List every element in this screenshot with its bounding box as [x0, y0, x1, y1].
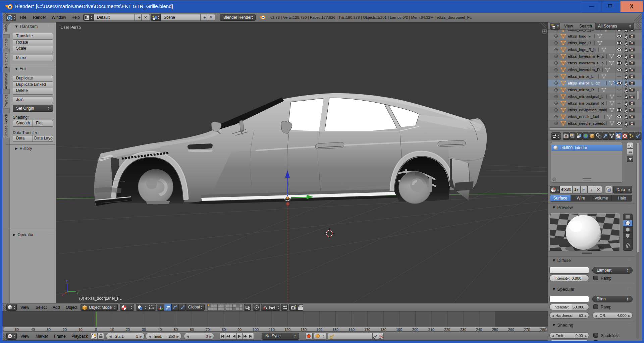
svg-text:30: 30	[142, 328, 146, 332]
svg-text:etkss_mirror_R: etkss_mirror_R	[568, 88, 594, 92]
svg-text:etkss_needle_fuel: etkss_needle_fuel	[568, 115, 599, 119]
svg-text:220: 220	[444, 328, 450, 332]
svg-text:260: 260	[508, 328, 514, 332]
svg-text:150: 150	[332, 328, 338, 332]
svg-text:0: 0	[95, 328, 97, 332]
svg-text:etkss_mirrorsignal_R: etkss_mirrorsignal_R	[568, 101, 604, 105]
svg-text:-30: -30	[45, 328, 51, 332]
svg-text:280: 280	[540, 328, 546, 332]
svg-text:180: 180	[380, 328, 386, 332]
svg-text:z: z	[66, 279, 68, 283]
svg-text:-20: -20	[61, 328, 67, 332]
svg-text:etkss_mirrorsignal_L: etkss_mirrorsignal_L	[568, 95, 604, 99]
svg-text:-10: -10	[77, 328, 83, 332]
svg-text:etkss_lowerarm_F_a: etkss_lowerarm_F_a	[568, 54, 604, 58]
svg-text:User Persp: User Persp	[61, 25, 81, 30]
svg-text:etkss_mirror_L_gtr: etkss_mirror_L_gtr	[568, 81, 600, 85]
svg-text:250: 250	[492, 328, 498, 332]
svg-text:etkss_mirror_L: etkss_mirror_L	[568, 74, 594, 78]
svg-text:etkss_logo_F: etkss_logo_F	[568, 34, 591, 38]
svg-text:-50: -50	[13, 328, 19, 332]
svg-text:80: 80	[222, 328, 226, 332]
svg-text:20: 20	[126, 328, 130, 332]
svg-text:y: y	[77, 290, 79, 294]
svg-text:etkss_lowerarm_R: etkss_lowerarm_R	[568, 68, 600, 72]
svg-text:(0) etkss_doorpanel_FL: (0) etkss_doorpanel_FL	[79, 296, 122, 301]
svg-text:240: 240	[476, 328, 482, 332]
svg-text:etkss_needle_speedo: etkss_needle_speedo	[568, 121, 605, 125]
svg-text:270: 270	[524, 328, 530, 332]
svg-text:i: i	[9, 16, 10, 20]
svg-text:170: 170	[364, 328, 370, 332]
svg-text:140: 140	[316, 328, 322, 332]
svg-text:90: 90	[237, 328, 241, 332]
svg-text:40: 40	[158, 328, 162, 332]
svg-text:190: 190	[396, 328, 402, 332]
svg-text:200: 200	[412, 328, 418, 332]
svg-text:160: 160	[348, 328, 355, 332]
svg-text:70: 70	[206, 328, 210, 332]
svg-text:etkss_logo_R_b: etkss_logo_R_b	[568, 48, 595, 52]
svg-text:etkss_navigation_main: etkss_navigation_main	[568, 108, 607, 112]
svg-text:130: 130	[301, 328, 307, 332]
svg-text:50: 50	[174, 328, 178, 332]
svg-text:230: 230	[460, 328, 466, 332]
svg-text:etkss_logo_R: etkss_logo_R	[568, 41, 591, 45]
svg-text:10: 10	[110, 328, 114, 332]
svg-text:210: 210	[428, 328, 434, 332]
svg-text:100: 100	[253, 328, 259, 332]
svg-text:-40: -40	[30, 328, 35, 332]
svg-text:110: 110	[269, 328, 275, 332]
svg-text:120: 120	[284, 328, 290, 332]
svg-text:60: 60	[190, 328, 194, 332]
svg-text:etkss_lip_F_gtr: etkss_lip_F_gtr	[568, 30, 594, 32]
svg-text:x: x	[62, 293, 64, 297]
svg-text:etkss_lowerarm_F_b: etkss_lowerarm_F_b	[568, 61, 604, 65]
